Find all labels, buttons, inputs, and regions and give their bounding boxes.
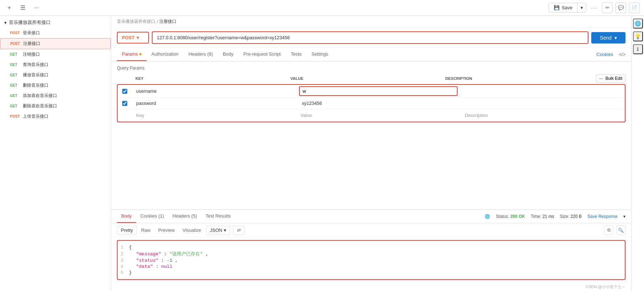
comment-button[interactable]: 💬 <box>615 2 626 13</box>
format-btn-raw[interactable]: Raw <box>138 226 154 235</box>
size-value: 220 B <box>571 214 582 219</box>
send-button[interactable]: Send ▾ <box>591 32 625 44</box>
ellipsis-icon: ··· <box>34 5 38 11</box>
method-badge: GET <box>10 52 21 56</box>
response-tab-2[interactable]: Headers (5) <box>168 210 201 223</box>
sidebar-item-label: 查询音乐接口 <box>23 62 48 68</box>
tab-dot <box>139 53 141 55</box>
row1-value-input[interactable] <box>299 86 458 96</box>
url-input[interactable] <box>153 32 588 43</box>
edit-icon: ✏ <box>606 5 609 10</box>
sidebar-item-label: 上传音乐接口 <box>23 113 48 119</box>
filter-button[interactable]: ☰ <box>18 3 28 13</box>
main-layout: ▾ 音乐播放器所有接口 POST登录接口POST注册接口GET注销接口GET查询… <box>0 16 644 291</box>
tab-tests[interactable]: Tests <box>286 48 306 61</box>
response-tabs: BodyCookies (1)Headers (5)Test Results 🌐… <box>111 210 631 223</box>
sidebar-item-3[interactable]: GET查询音乐接口 <box>0 60 111 70</box>
send-chevron-icon: ▾ <box>614 35 617 41</box>
top-more-button[interactable]: ··· <box>589 3 599 13</box>
json-format-label: JSON <box>210 228 222 233</box>
wrap-button[interactable]: ⇄ <box>233 226 245 235</box>
row1-checkbox[interactable] <box>122 89 127 94</box>
sidebar-items: POST登录接口POST注册接口GET注销接口GET查询音乐接口GET播放音乐接… <box>0 28 111 122</box>
format-btn-visualize[interactable]: Visualize <box>179 226 205 235</box>
info-button[interactable]: 📄 <box>629 2 640 13</box>
globe-icon: 🌐 <box>635 21 641 26</box>
code-button[interactable]: </> <box>619 52 625 57</box>
lightbulb-button[interactable]: 💡 <box>633 31 643 41</box>
format-btn-preview[interactable]: Preview <box>155 226 178 235</box>
tab-body[interactable]: Body <box>218 48 238 61</box>
more-options-button[interactable]: ··· <box>31 3 41 13</box>
chevron-down-icon: ▾ <box>4 20 7 25</box>
tab-authorization[interactable]: Authorization <box>146 48 184 61</box>
save-chevron-button[interactable]: ▾ <box>577 3 586 12</box>
plus-icon: + <box>7 5 11 11</box>
info-sidebar-button[interactable]: ℹ <box>633 44 643 54</box>
collection-title-label: 音乐播放器所有接口 <box>9 19 51 26</box>
sidebar-item-2[interactable]: GET注销接口 <box>0 49 111 60</box>
sidebar-item-label: 删除音乐接口 <box>23 82 48 88</box>
sidebar-item-0[interactable]: POST登录接口 <box>0 28 111 38</box>
copy-button[interactable]: ⧉ <box>604 225 613 235</box>
environment-button[interactable]: 🌐 <box>633 19 643 29</box>
status-value: 200 OK <box>510 214 525 219</box>
cookies-link[interactable]: Cookies <box>597 48 613 61</box>
sidebar-item-5[interactable]: GET删除音乐接口 <box>0 80 111 91</box>
method-badge: POST <box>10 42 21 46</box>
sidebar-item-1[interactable]: POST注册接口 <box>0 38 111 49</box>
row1-desc <box>460 89 625 93</box>
response-tab-1[interactable]: Cookies (1) <box>136 210 168 223</box>
sidebar-item-8[interactable]: POST上传音乐接口 <box>0 111 111 122</box>
save-response-chevron[interactable]: ▾ <box>623 214 625 219</box>
response-tab-3[interactable]: Test Results <box>201 210 235 223</box>
send-label: Send <box>600 35 612 41</box>
tab-params[interactable]: Params <box>117 48 146 61</box>
sidebar-item-label: 注册接口 <box>23 41 40 47</box>
new-tab-button[interactable]: + <box>4 3 14 13</box>
tab-settings[interactable]: Settings <box>306 48 333 61</box>
sidebar-item-4[interactable]: GET播放音乐接口 <box>0 70 111 80</box>
watermark: CSDN @小小怪下士～ <box>111 283 631 291</box>
tab-headers(8)[interactable]: Headers (8) <box>184 48 218 61</box>
json-line-3: 3 "status" : -1 , <box>118 257 625 264</box>
bulk-edit-label: Bulk Edit <box>606 76 622 81</box>
save-response-button[interactable]: Save Response <box>587 214 618 219</box>
save-button[interactable]: 💾 Save <box>549 3 577 12</box>
method-badge: GET <box>10 63 21 67</box>
collection-title[interactable]: ▾ 音乐播放器所有接口 <box>0 17 111 28</box>
method-badge: GET <box>10 94 21 98</box>
edit-button[interactable]: ✏ <box>602 2 613 13</box>
add-desc-placeholder[interactable]: Description <box>460 111 625 120</box>
add-key-placeholder[interactable]: Key <box>132 111 296 120</box>
description-header: DESCRIPTION <box>441 76 596 81</box>
response-body-toolbar: PrettyRawPreviewVisualize JSON ▾ ⇄ ⧉ 🔍 <box>111 223 631 237</box>
json-format-select[interactable]: JSON ▾ <box>206 226 230 235</box>
breadcrumb-separator: / <box>157 19 158 24</box>
section-label: Query Params <box>117 66 625 71</box>
row2-checkbox-cell <box>118 98 132 109</box>
response-tab-0[interactable]: Body <box>117 210 136 223</box>
add-value-placeholder[interactable]: Value <box>296 111 460 120</box>
search-response-button[interactable]: 🔍 <box>616 225 625 235</box>
time-meta: Time: 21 ms <box>531 214 554 219</box>
json-line-1: 1 { <box>118 244 625 250</box>
url-bar: POST ▾ Send ▾ <box>111 28 631 48</box>
size-meta: Size: 220 B <box>560 214 582 219</box>
row2-value-text: xy123456 <box>299 99 458 107</box>
info-circle-icon: ℹ <box>637 46 639 52</box>
row2-checkbox[interactable] <box>122 101 127 106</box>
tab-pre-requestscript[interactable]: Pre-request Script <box>238 48 286 61</box>
sidebar-item-label: 播放音乐接口 <box>23 72 48 78</box>
right-sidebar: 🌐 💡 ℹ <box>631 16 644 291</box>
bulk-edit-button[interactable]: ··· Bulk Edit <box>596 74 625 83</box>
json-viewer: 1 { 2 "message" : "该用户已存在" , 3 <box>117 240 625 280</box>
method-select[interactable]: POST ▾ <box>117 32 149 44</box>
sidebar-item-6[interactable]: GET添加喜欢音乐接口 <box>0 91 111 101</box>
top-bar-right: 💾 Save ▾ ··· ✏ 💬 📄 <box>548 2 640 13</box>
row1-value-cell <box>296 85 460 97</box>
method-chevron-icon: ▾ <box>136 35 139 40</box>
format-btn-pretty[interactable]: Pretty <box>117 226 137 235</box>
sidebar-item-label: 删除喜欢音乐接口 <box>23 103 57 109</box>
sidebar-item-7[interactable]: GET删除喜欢音乐接口 <box>0 101 111 111</box>
